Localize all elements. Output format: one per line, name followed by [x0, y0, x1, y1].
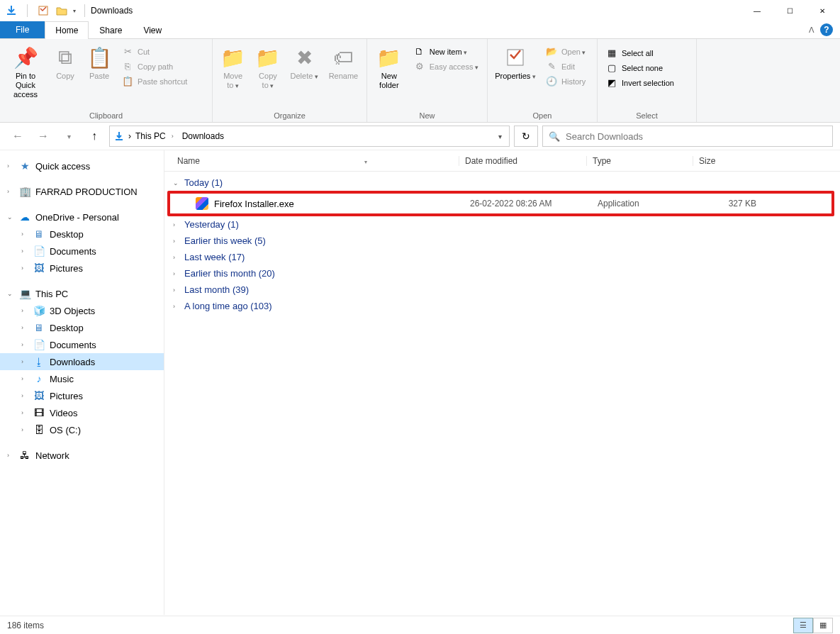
select-none-button[interactable]: ▢Select none: [602, 61, 678, 74]
column-name[interactable]: Name: [164, 156, 459, 166]
nav-onedrive-documents[interactable]: ›📄Documents: [0, 243, 164, 260]
edit-button[interactable]: ✎Edit: [542, 60, 590, 73]
new-item-button[interactable]: 🗋New item: [410, 45, 483, 58]
properties-icon: [505, 45, 525, 70]
status-item-count: 186 items: [7, 621, 44, 630]
maximize-button[interactable]: ☐: [773, 0, 806, 21]
close-button[interactable]: ✕: [806, 0, 839, 21]
breadcrumb-this-pc[interactable]: This PC›: [134, 131, 178, 141]
folder-qat-icon[interactable]: [55, 4, 69, 18]
new-folder-button[interactable]: 📁 New folder: [371, 42, 407, 93]
open-icon: 📂: [546, 46, 557, 57]
file-type: Application: [592, 199, 698, 208]
group-a-long-time-ago[interactable]: ›A long time ago (103): [164, 298, 840, 314]
navigation-pane[interactable]: ›★Quick access ›🏢FARRAD PRODUCTION ⌄☁One…: [0, 150, 164, 615]
nav-onedrive[interactable]: ⌄☁OneDrive - Personal: [0, 208, 164, 226]
file-tab[interactable]: File: [0, 21, 45, 38]
rename-button[interactable]: 🏷 Rename: [325, 42, 362, 84]
cut-button[interactable]: ✂Cut: [118, 45, 191, 58]
copy-path-button[interactable]: ⎘Copy path: [118, 60, 191, 73]
music-icon: ♪: [33, 373, 45, 384]
nav-onedrive-desktop[interactable]: ›🖥Desktop: [0, 226, 164, 243]
group-last-week[interactable]: ›Last week (17): [164, 249, 840, 265]
copy-to-button[interactable]: 📁 Copy to: [252, 42, 284, 94]
pictures-icon: 🖼: [33, 390, 45, 401]
details-view-button[interactable]: ☰: [793, 618, 813, 633]
group-earlier-this-week[interactable]: ›Earlier this week (5): [164, 233, 840, 249]
column-headers[interactable]: Name Date modified Type Size: [164, 150, 840, 172]
copy-icon: ⧉: [58, 45, 72, 70]
select-all-button[interactable]: ▦Select all: [602, 46, 678, 60]
chevron-right-icon: ›: [173, 287, 181, 294]
recent-locations-button[interactable]: ▾: [58, 126, 79, 147]
collapse-ribbon-icon[interactable]: ᐱ: [809, 26, 814, 35]
forward-button[interactable]: →: [33, 126, 54, 147]
window-controls: — ☐ ✕: [741, 0, 839, 21]
breadcrumb-downloads[interactable]: Downloads: [181, 131, 225, 141]
copy-button[interactable]: ⧉ Copy: [50, 42, 81, 84]
paste-shortcut-button[interactable]: 📋Paste shortcut: [118, 74, 191, 88]
minimize-button[interactable]: —: [741, 0, 773, 21]
pin-to-quick-access-button[interactable]: 📌 Pin to Quick access: [4, 42, 47, 102]
downloads-crumb-icon: [113, 130, 125, 143]
column-size[interactable]: Size: [693, 156, 763, 166]
nav-os-c[interactable]: ›🗄OS (C:): [0, 421, 164, 438]
group-today[interactable]: ⌄Today (1): [164, 174, 840, 191]
help-icon[interactable]: ?: [820, 23, 833, 36]
large-icons-view-button[interactable]: ▦: [813, 618, 833, 633]
nav-3d-objects[interactable]: ›🧊3D Objects: [0, 302, 164, 319]
up-button[interactable]: ↑: [84, 126, 105, 147]
drive-icon: 🗄: [33, 424, 45, 435]
delete-button[interactable]: ✖ Delete: [287, 42, 322, 84]
refresh-button[interactable]: ↻: [514, 126, 538, 147]
file-row-firefox[interactable]: Firefox Installer.exe 26-02-2022 08:26 A…: [170, 194, 831, 213]
select-none-icon: ▢: [606, 62, 617, 73]
nav-onedrive-pictures[interactable]: ›🖼Pictures: [0, 260, 164, 277]
home-tab[interactable]: Home: [45, 21, 89, 39]
nav-farrad[interactable]: ›🏢FARRAD PRODUCTION: [0, 183, 164, 200]
open-button[interactable]: 📂Open: [542, 45, 590, 58]
move-to-button[interactable]: 📁 Move to: [217, 42, 249, 94]
new-folder-icon: 📁: [376, 45, 401, 70]
view-tab[interactable]: View: [133, 21, 172, 38]
nav-downloads[interactable]: ›⭳Downloads: [0, 353, 164, 370]
address-dropdown-icon[interactable]: ▾: [498, 133, 506, 140]
nav-documents[interactable]: ›📄Documents: [0, 336, 164, 353]
edit-icon: ✎: [546, 61, 557, 72]
ribbon-tabs: File Home Share View ᐱ ?: [0, 21, 840, 39]
column-type[interactable]: Type: [586, 156, 693, 166]
column-date[interactable]: Date modified: [459, 156, 586, 166]
qat-dropdown-icon[interactable]: ▾: [73, 8, 76, 14]
search-box[interactable]: 🔍 Search Downloads: [542, 126, 833, 147]
nav-this-pc[interactable]: ⌄💻This PC: [0, 285, 164, 302]
nav-music[interactable]: ›♪Music: [0, 370, 164, 387]
chevron-right-icon[interactable]: ›: [128, 131, 131, 141]
nav-desktop[interactable]: ›🖥Desktop: [0, 319, 164, 336]
view-switcher: ☰ ▦: [793, 618, 833, 633]
delete-icon: ✖: [296, 45, 313, 70]
back-button[interactable]: ←: [7, 126, 28, 147]
paste-button[interactable]: 📋 Paste: [84, 42, 115, 84]
group-last-month[interactable]: ›Last month (39): [164, 282, 840, 298]
navigation-bar: ← → ▾ ↑ › This PC› Downloads ▾ ↻ 🔍 Searc…: [0, 123, 840, 150]
new-item-icon: 🗋: [414, 46, 425, 57]
nav-pictures[interactable]: ›🖼Pictures: [0, 387, 164, 404]
search-icon: 🔍: [549, 131, 560, 142]
title-bar: ▾ Downloads — ☐ ✕: [0, 0, 840, 21]
history-button[interactable]: 🕘History: [542, 74, 590, 88]
share-tab[interactable]: Share: [89, 21, 133, 38]
properties-button[interactable]: Properties: [492, 42, 539, 84]
onedrive-icon: ☁: [18, 211, 31, 223]
group-yesterday[interactable]: ›Yesterday (1): [164, 216, 840, 233]
address-bar[interactable]: › This PC› Downloads ▾: [109, 126, 510, 147]
nav-videos[interactable]: ›🎞Videos: [0, 404, 164, 421]
easy-access-button[interactable]: ⚙Easy access: [410, 60, 483, 73]
properties-qat-icon[interactable]: [36, 4, 50, 18]
nav-quick-access[interactable]: ›★Quick access: [0, 157, 164, 174]
downloads-icon: ⭳: [33, 356, 45, 367]
this-pc-icon: 💻: [18, 288, 31, 299]
file-list-pane: Name Date modified Type Size ⌄Today (1) …: [164, 150, 840, 615]
nav-network[interactable]: ›🖧Network: [0, 447, 164, 464]
invert-selection-button[interactable]: ◩Invert selection: [602, 76, 678, 89]
group-earlier-this-month[interactable]: ›Earlier this month (20): [164, 265, 840, 282]
